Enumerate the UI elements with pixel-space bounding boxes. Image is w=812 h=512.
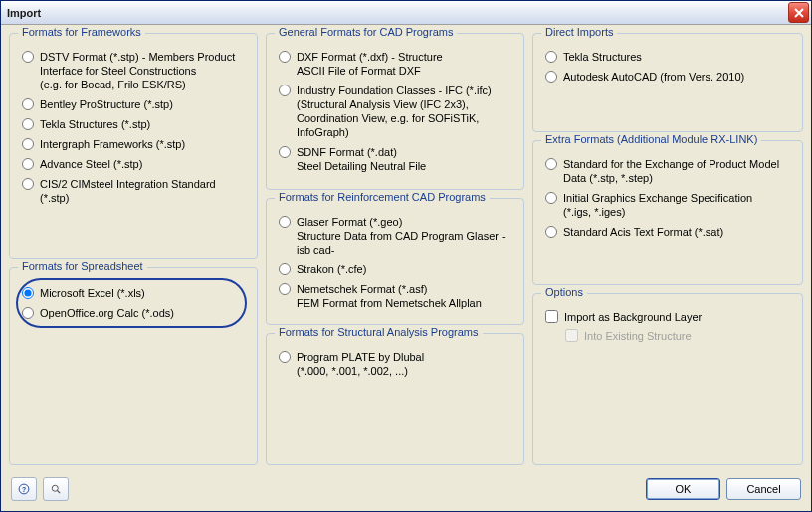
radio-sublabel: Structure Data from CAD Program Glaser -… [297, 229, 513, 256]
radio-iges[interactable]: Initial Graphics Exchange Specification … [545, 191, 792, 219]
check-background-layer[interactable]: Import as Background Layer [545, 310, 792, 323]
group-extra-formats: Extra Formats (Additional Module RX-LINK… [532, 140, 803, 285]
radio-glaser[interactable]: Glaser Format (*.geo) Structure Data fro… [279, 215, 513, 256]
radio-input[interactable] [22, 118, 34, 130]
radio-tekla-direct[interactable]: Tekla Structures [545, 50, 792, 64]
column-3: Direct Imports Tekla Structures Autodesk… [532, 33, 803, 465]
group-legend: Formats for Frameworks [18, 26, 145, 38]
radio-input[interactable] [22, 158, 34, 170]
radio-input[interactable] [22, 98, 34, 110]
radio-bentley[interactable]: Bentley ProStructure (*.stp) [22, 97, 247, 111]
radio-input[interactable] [545, 71, 557, 83]
group-legend: Formats for Reinforcement CAD Programs [275, 191, 490, 203]
window-title: Import [7, 7, 788, 19]
radio-dstv[interactable]: DSTV Format (*.stp) - Members Product In… [22, 50, 247, 91]
radio-sdnf[interactable]: SDNF Format (*.dat) Steel Detailing Neut… [279, 145, 513, 173]
radio-label: DXF Format (*.dxf) - Structure [297, 51, 443, 63]
radio-excel[interactable]: Microsoft Excel (*.xls) [22, 286, 239, 300]
import-dialog: Import Formats for Frameworks DSTV Forma… [0, 0, 812, 512]
group-options: Options Import as Background Layer Into … [532, 293, 803, 465]
group-general-cad: General Formats for CAD Programs DXF For… [266, 33, 524, 190]
radio-sublabel: ASCII File of Format DXF [297, 64, 513, 78]
selection-highlight: Microsoft Excel (*.xls) OpenOffice.org C… [16, 278, 247, 328]
radio-sublabel: Steel Detailing Neutral File [297, 159, 513, 173]
radio-input[interactable] [22, 307, 34, 319]
help-button[interactable]: ? [11, 477, 37, 501]
radio-input[interactable] [279, 216, 291, 228]
close-icon [794, 8, 804, 18]
close-button[interactable] [788, 2, 809, 23]
radio-input[interactable] [279, 51, 291, 63]
radio-plate[interactable]: Program PLATE by Dlubal (*.000, *.001, *… [279, 350, 513, 378]
checkbox-input [565, 329, 578, 342]
radio-label: CIS/2 CIMsteel Integration Standard (*.s… [40, 177, 247, 205]
radio-tekla-stp[interactable]: Tekla Structures (*.stp) [22, 117, 247, 131]
radio-label: Initial Graphics Exchange Specification [563, 192, 752, 204]
group-legend: Extra Formats (Additional Module RX-LINK… [541, 133, 761, 145]
radio-sublabel: (Structural Analysis View (IFC 2x3), [297, 97, 513, 111]
radio-cis2[interactable]: CIS/2 CIMsteel Integration Standard (*.s… [22, 177, 247, 205]
radio-input[interactable] [545, 158, 557, 170]
radio-nemetschek[interactable]: Nemetschek Format (*.asf) FEM Format fro… [279, 282, 513, 310]
group-reinforcement-cad: Formats for Reinforcement CAD Programs G… [266, 198, 524, 325]
radio-advance-steel[interactable]: Advance Steel (*.stp) [22, 157, 247, 171]
radio-label: Strakon (*.cfe) [297, 262, 366, 276]
radio-input[interactable] [545, 192, 557, 204]
radio-step[interactable]: Standard for the Exchange of Product Mod… [545, 157, 792, 185]
radio-sublabel: Coordination View, e.g. for SOFiSTiK, In… [297, 111, 513, 139]
radio-openoffice[interactable]: OpenOffice.org Calc (*.ods) [22, 306, 239, 320]
radio-sat[interactable]: Standard Acis Text Format (*.sat) [545, 225, 792, 239]
radio-ifc[interactable]: Industry Foundation Classes - IFC (*.ifc… [279, 84, 513, 139]
check-into-existing: Into Existing Structure [565, 329, 792, 342]
radio-label: OpenOffice.org Calc (*.ods) [40, 306, 174, 320]
group-legend: Direct Imports [541, 26, 617, 38]
radio-sublabel: Data (*.stp, *.step) [563, 171, 792, 185]
group-direct-imports: Direct Imports Tekla Structures Autodesk… [532, 33, 803, 132]
checkbox-label: Into Existing Structure [584, 330, 692, 342]
radio-sublabel: (*.igs, *.iges) [563, 205, 792, 219]
radio-input[interactable] [279, 263, 291, 275]
radio-dxf[interactable]: DXF Format (*.dxf) - Structure ASCII Fil… [279, 50, 513, 78]
preview-button[interactable] [43, 477, 69, 501]
group-structural-analysis: Formats for Structural Analysis Programs… [266, 333, 524, 465]
radio-sublabel: FEM Format from Nemetschek Allplan [297, 296, 513, 310]
radio-input[interactable] [545, 51, 557, 63]
svg-line-3 [58, 491, 61, 494]
radio-input[interactable] [279, 351, 291, 363]
radio-strakon[interactable]: Strakon (*.cfe) [279, 262, 513, 276]
radio-intergraph[interactable]: Intergraph Frameworks (*.stp) [22, 137, 247, 151]
radio-autocad[interactable]: Autodesk AutoCAD (from Vers. 2010) [545, 70, 792, 84]
radio-label: Nemetschek Format (*.asf) [297, 283, 427, 295]
cancel-button[interactable]: Cancel [726, 478, 801, 500]
radio-label: Standard for the Exchange of Product Mod… [563, 158, 779, 170]
radio-label: Standard Acis Text Format (*.sat) [563, 225, 723, 239]
radio-input[interactable] [279, 283, 291, 295]
radio-label: Advance Steel (*.stp) [40, 157, 142, 171]
radio-label: DSTV Format (*.stp) - Members Product [40, 51, 235, 63]
radio-label: Tekla Structures (*.stp) [40, 117, 150, 131]
radio-input[interactable] [279, 146, 291, 158]
radio-input[interactable] [22, 178, 34, 190]
footer: ? OK Cancel [1, 473, 811, 511]
titlebar: Import [1, 1, 811, 25]
svg-point-2 [52, 485, 58, 491]
radio-input[interactable] [279, 85, 291, 96]
column-2: General Formats for CAD Programs DXF For… [266, 33, 524, 465]
checkbox-input[interactable] [545, 310, 558, 323]
radio-sublabel: (e.g. for Bocad, Frilo ESK/RS) [40, 78, 247, 91]
group-legend: General Formats for CAD Programs [275, 26, 457, 38]
ok-button[interactable]: OK [646, 478, 720, 500]
content-area: Formats for Frameworks DSTV Format (*.st… [1, 25, 811, 473]
radio-input[interactable] [22, 51, 34, 63]
group-frameworks: Formats for Frameworks DSTV Format (*.st… [9, 33, 258, 259]
radio-input[interactable] [22, 138, 34, 150]
help-icon: ? [18, 481, 30, 497]
group-legend: Options [541, 286, 587, 298]
radio-label: Glaser Format (*.geo) [297, 216, 402, 228]
radio-label: Intergraph Frameworks (*.stp) [40, 137, 185, 151]
column-1: Formats for Frameworks DSTV Format (*.st… [9, 33, 258, 465]
radio-input[interactable] [22, 287, 34, 299]
radio-input[interactable] [545, 226, 557, 238]
radio-sublabel: (*.000, *.001, *.002, ...) [297, 364, 513, 378]
radio-label: Program PLATE by Dlubal [297, 351, 424, 363]
